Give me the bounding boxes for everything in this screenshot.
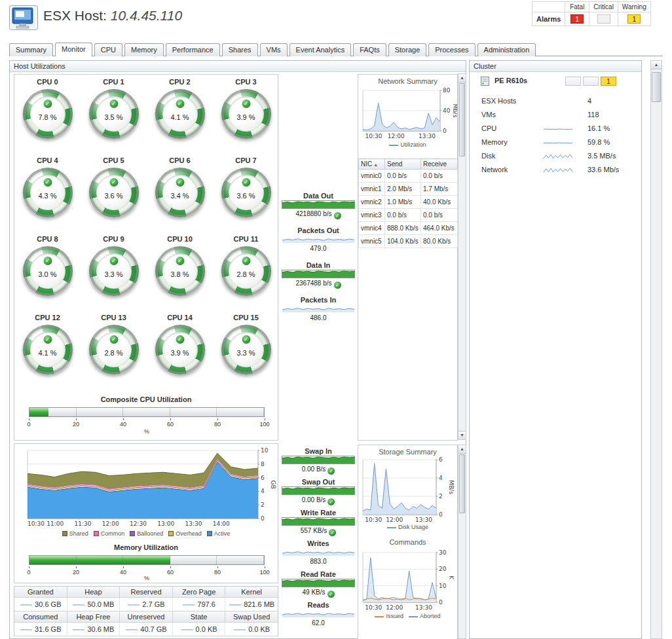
- cpu-dial: ✓2.8 %: [89, 325, 139, 374]
- tab-cpu[interactable]: CPU: [94, 43, 122, 56]
- memory-utilization-bar-gauge: [29, 555, 265, 565]
- nic-table: NIC▲SendReceivevmnic00.0 b/s0.0 b/svmnic…: [358, 158, 458, 248]
- ok-status-icon: ✓: [242, 178, 250, 187]
- cpu-gauge-6[interactable]: CPU 6✓3.4 %: [147, 155, 213, 233]
- gauge-value: 0.00 B/s✓: [280, 496, 357, 505]
- critical-alarm-badge[interactable]: [597, 14, 610, 24]
- tab-performance[interactable]: Performance: [166, 43, 220, 56]
- cpu-gauge-value: 4.3 %: [23, 192, 73, 200]
- gauge-packets-in[interactable]: Packets In486.0: [280, 296, 357, 323]
- ok-status-icon: ✓: [329, 529, 336, 536]
- cluster-name-link[interactable]: PE R610s: [495, 77, 527, 84]
- cpu-gauge-11[interactable]: CPU 11✓2.8 %: [213, 233, 279, 312]
- nic-row-vmnic2[interactable]: vmnic21.0 Mb/s40.0 Kb/s: [359, 196, 458, 209]
- cpu-gauge-3[interactable]: CPU 3✓3.9 %: [213, 76, 279, 155]
- metric-value: 59.8 %: [588, 138, 610, 146]
- cpu-dial: ✓3.6 %: [89, 168, 139, 217]
- tab-summary[interactable]: Summary: [9, 43, 53, 56]
- cpu-gauge-7[interactable]: CPU 7✓3.6 %: [213, 155, 279, 233]
- cluster-panel: Cluster PE R610s 1 ESX Hosts4VMs118CPU16…: [469, 60, 642, 639]
- scroll-thumb[interactable]: [652, 72, 661, 102]
- commands-title: Commands: [358, 538, 457, 546]
- stats-value-row: 31.6 GB30.6 MB40.7 GB0.0 KB0.0 KB: [14, 623, 278, 636]
- cpu-gauge-9[interactable]: CPU 9✓3.3 %: [81, 233, 147, 312]
- ok-status-icon: ✓: [109, 100, 118, 108]
- cpu-gauge-10[interactable]: CPU 10✓3.8 %: [147, 233, 213, 312]
- svg-text:0: 0: [261, 515, 265, 522]
- gauge-data-in[interactable]: Data In2367488 b/s✓: [280, 261, 357, 288]
- tab-faqts[interactable]: FAQts: [353, 43, 386, 56]
- gauge-data-out[interactable]: Data Out4218880 b/s✓: [280, 192, 357, 219]
- svg-text:6: 6: [439, 456, 443, 463]
- cpu-gauge-value: 3.6 %: [221, 192, 271, 200]
- nic-row-vmnic5[interactable]: vmnic5104.0 Kb/s80.0 Kb/s: [359, 235, 458, 248]
- cpu-gauge-value: 3.3 %: [221, 349, 271, 357]
- cpu-gauge-5[interactable]: CPU 5✓3.6 %: [81, 155, 147, 233]
- warning-alarm-badge[interactable]: 1: [627, 14, 641, 24]
- gauge-writes[interactable]: Writes883.0: [280, 539, 357, 566]
- tab-memory[interactable]: Memory: [124, 43, 164, 56]
- tab-monitor[interactable]: Monitor: [55, 43, 92, 56]
- cpu-gauge-4[interactable]: CPU 4✓4.3 %: [14, 155, 81, 233]
- cpu-gauge-0[interactable]: CPU 0✓7.8 %: [14, 76, 81, 155]
- svg-text:30: 30: [439, 549, 447, 556]
- main-scrollbar[interactable]: ▲: [650, 60, 662, 639]
- nic-column-nic[interactable]: NIC▲: [359, 159, 385, 170]
- fatal-alarm-badge[interactable]: 1: [570, 14, 584, 24]
- gauge-packets-out[interactable]: Packets Out479.0: [280, 227, 357, 253]
- tab-administration[interactable]: Administration: [477, 43, 536, 56]
- gauge-value-text: 883.0: [310, 558, 326, 565]
- scroll-up-icon[interactable]: ▲: [458, 445, 466, 454]
- scroll-up-icon[interactable]: ▲: [651, 61, 662, 69]
- cluster-normal-badge[interactable]: [583, 77, 599, 86]
- nic-row-vmnic0[interactable]: vmnic00.0 b/s0.0 b/s: [359, 170, 458, 183]
- stat-value-text: 50.0 MB: [87, 600, 114, 608]
- cpu-gauge-12[interactable]: CPU 12✓4.1 %: [14, 312, 81, 390]
- stat-value-text: 30.6 MB: [87, 625, 114, 633]
- tab-event-analytics[interactable]: Event Analytics: [289, 43, 352, 56]
- cpu-gauges-panel: CPU 0✓7.8 %CPU 1✓3.5 %CPU 2✓4.1 %CPU 3✓3…: [14, 74, 278, 441]
- axis-tick-label: 100: [259, 421, 269, 428]
- nic-column-receive[interactable]: Receive: [421, 159, 458, 170]
- tab-shares[interactable]: Shares: [222, 43, 258, 56]
- nic-cell: vmnic0: [359, 170, 385, 183]
- ok-status-icon: ✓: [43, 100, 52, 108]
- cpu-gauge-13[interactable]: CPU 13✓2.8 %: [81, 312, 147, 390]
- alarms-row-label: Alarms: [532, 12, 565, 26]
- stat-value-state: 0.0 KB: [173, 623, 226, 636]
- scroll-down-icon[interactable]: ▼: [458, 431, 466, 439]
- cpu-gauge-1[interactable]: CPU 1✓3.5 %: [81, 76, 147, 155]
- cpu-gauge-grid: CPU 0✓7.8 %CPU 1✓3.5 %CPU 2✓4.1 %CPU 3✓3…: [14, 76, 279, 392]
- tab-storage[interactable]: Storage: [388, 43, 427, 56]
- ok-status-icon: ✓: [327, 591, 335, 598]
- gauge-write-rate[interactable]: Write Rate557 KB/s✓: [280, 509, 357, 536]
- scroll-thumb[interactable]: [459, 83, 465, 156]
- cpu-gauge-14[interactable]: CPU 14✓3.9 %: [147, 312, 213, 390]
- scroll-thumb[interactable]: [459, 454, 465, 513]
- gauge-reads[interactable]: Reads62.0: [280, 601, 357, 628]
- gauge-swap-out[interactable]: Swap Out0.00 B/s✓: [280, 478, 357, 505]
- nic-column-send[interactable]: Send: [385, 159, 421, 170]
- gauge-swap-in[interactable]: Swap In0.00 B/s✓: [280, 447, 357, 474]
- nic-row-vmnic4[interactable]: vmnic4888.0 Kb/s464.0 Kb/s: [359, 222, 458, 235]
- cpu-gauge-label: CPU 9: [81, 233, 147, 243]
- cluster-normal-badge[interactable]: [565, 77, 581, 86]
- nic-row-vmnic1[interactable]: vmnic12.0 Mb/s1.7 Mb/s: [359, 183, 458, 196]
- gauge-title: Writes: [280, 539, 357, 547]
- cluster-warning-badge[interactable]: 1: [601, 77, 616, 86]
- metric-value: 118: [588, 111, 599, 119]
- tab-processes[interactable]: Processes: [428, 43, 475, 56]
- nic-row-vmnic3[interactable]: vmnic30.0 b/s0.0 b/s: [359, 209, 458, 222]
- svg-text:0: 0: [443, 128, 447, 134]
- inner-scrollbar-top[interactable]: ▲ ▼: [458, 73, 466, 440]
- scroll-up-icon[interactable]: ▲: [458, 74, 466, 82]
- cpu-gauge-15[interactable]: CPU 15✓3.3 %: [213, 312, 279, 390]
- cpu-dial: ✓3.8 %: [155, 246, 205, 296]
- cpu-gauge-8[interactable]: CPU 8✓3.0 %: [14, 233, 81, 312]
- legend-label: Ballooned: [137, 530, 163, 537]
- tab-vms[interactable]: VMs: [260, 43, 288, 56]
- inner-scrollbar-bottom[interactable]: ▲: [458, 445, 466, 639]
- cluster-metric-vms: VMs118: [470, 109, 641, 122]
- cpu-gauge-2[interactable]: CPU 2✓4.1 %: [147, 76, 213, 155]
- gauge-read-rate[interactable]: Read Rate49 KB/s✓: [280, 570, 357, 597]
